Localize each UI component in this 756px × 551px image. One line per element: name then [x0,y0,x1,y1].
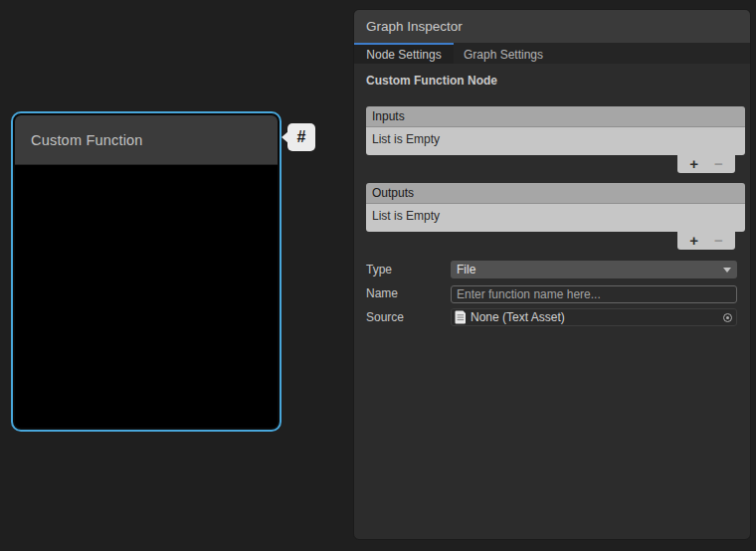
outputs-list-footer-row: + − [366,232,745,251]
name-field-row: Name [366,284,737,302]
tab-node-settings[interactable]: Node Settings [354,43,454,64]
object-picker-icon[interactable] [718,309,736,325]
outputs-list-footer: + − [677,232,735,250]
source-label: Source [366,308,451,326]
outputs-list: Outputs List is Empty + − [366,183,745,251]
node-settings-badge[interactable]: # [287,123,315,151]
section-title: Custom Function Node [366,74,738,89]
inputs-remove-button[interactable]: − [710,157,727,171]
inputs-list: Inputs List is Empty + − [366,106,745,174]
name-label: Name [366,284,451,302]
inputs-list-footer-row: + − [366,155,745,174]
panel-title: Graph Inspector [366,19,463,34]
source-field-row: Source None (Text Asset) [366,308,737,326]
hash-icon: # [297,128,306,146]
tab-graph-settings[interactable]: Graph Settings [454,43,553,64]
chevron-down-icon [723,268,731,273]
type-field-row: Type File [366,261,737,278]
outputs-remove-button[interactable]: − [710,234,727,248]
inputs-list-empty: List is Empty [366,127,745,155]
type-label: Type [366,261,451,278]
tab-bar: Node Settings Graph Settings [354,43,750,64]
source-object-field[interactable]: None (Text Asset) [451,308,737,326]
inputs-add-button[interactable]: + [685,157,702,171]
text-asset-icon [455,310,467,324]
outputs-list-empty: List is Empty [366,204,745,232]
panel-header[interactable]: Graph Inspector [354,10,750,43]
inputs-list-header: Inputs [366,106,745,127]
outputs-add-button[interactable]: + [685,234,702,248]
function-name-input[interactable] [451,285,737,303]
graph-inspector-panel: Graph Inspector Node Settings Graph Sett… [353,9,751,540]
type-dropdown[interactable]: File [451,261,737,278]
node-title-bar[interactable]: Custom Function [15,115,278,165]
type-dropdown-value: File [457,263,475,276]
source-object-value: None (Text Asset) [471,310,565,324]
outputs-list-header: Outputs [366,183,745,204]
custom-function-node[interactable]: Custom Function [11,111,282,432]
node-frame: Custom Function [15,115,278,428]
inputs-list-footer: + − [677,155,735,173]
node-body [15,165,278,428]
property-fields: Type File Name Source [354,261,750,326]
node-title: Custom Function [31,132,143,148]
